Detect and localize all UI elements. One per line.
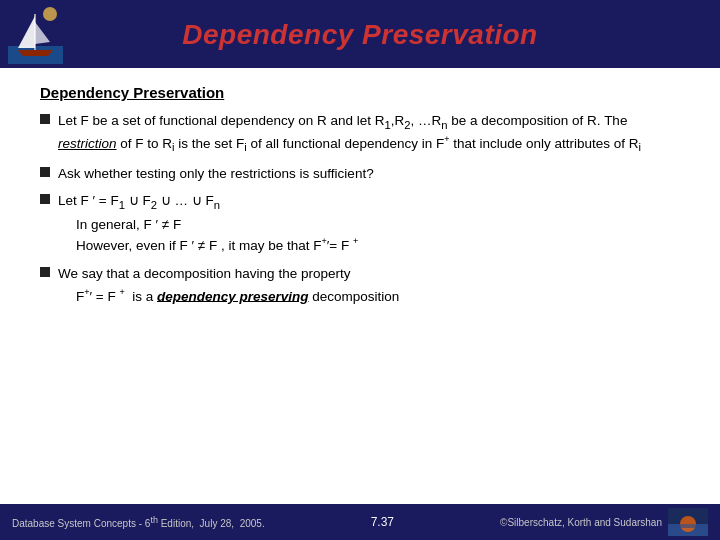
sub-lines-3: In general, F ′ ≠ F However, even if F ′… [58, 215, 680, 256]
slide: Dependency Preservation Dependency Prese… [0, 0, 720, 540]
bullet-icon-1 [40, 114, 50, 124]
svg-point-6 [43, 7, 57, 21]
footer-right: ©Silberschatz, Korth and Sudarshan [500, 508, 708, 536]
footer-right-text: ©Silberschatz, Korth and Sudarshan [500, 517, 662, 528]
content: Dependency Preservation Let F be a set o… [0, 68, 720, 504]
bullet-content-4: We say that a decomposition having the p… [58, 264, 680, 306]
sub-lines-4: F+′ = F + is a dependency preserving dec… [58, 286, 680, 307]
header-title: Dependency Preservation [182, 19, 537, 51]
bullet-section: Let F be a set of functional dependency … [40, 111, 680, 306]
bullet-content-3: Let F ′ = F1 ∪ F2 ∪ … ∪ Fn In general, F… [58, 191, 680, 256]
bullet-item-3: Let F ′ = F1 ∪ F2 ∪ … ∪ Fn In general, F… [40, 191, 680, 256]
bullet-content-2: Ask whether testing only the restriction… [58, 164, 680, 184]
svg-rect-10 [668, 524, 708, 528]
svg-marker-2 [18, 50, 53, 56]
bullet-item-4: We say that a decomposition having the p… [40, 264, 680, 306]
footer-center: 7.37 [371, 515, 394, 529]
section-title: Dependency Preservation [40, 84, 680, 101]
footer: Database System Concepts - 6th Edition, … [0, 504, 720, 540]
footer-left: Database System Concepts - 6th Edition, … [12, 515, 265, 529]
header: Dependency Preservation [0, 0, 720, 68]
bullet-item-2: Ask whether testing only the restriction… [40, 164, 680, 184]
bullet-icon-3 [40, 194, 50, 204]
footer-image [668, 508, 708, 536]
sub-line-3-2: However, even if F ′ ≠ F , it may be tha… [76, 235, 680, 256]
keyword-dep-preserving: dependency preserving [157, 288, 309, 303]
sub-line-4-1: F+′ = F + is a dependency preserving dec… [76, 286, 680, 307]
bullet-item-1: Let F be a set of functional dependency … [40, 111, 680, 156]
bullet-content-1: Let F be a set of functional dependency … [58, 111, 680, 156]
keyword-restriction: restriction [58, 136, 117, 151]
sub-line-3-1: In general, F ′ ≠ F [76, 215, 680, 235]
bullet-icon-2 [40, 167, 50, 177]
bullet-icon-4 [40, 267, 50, 277]
logo-left [8, 4, 63, 64]
